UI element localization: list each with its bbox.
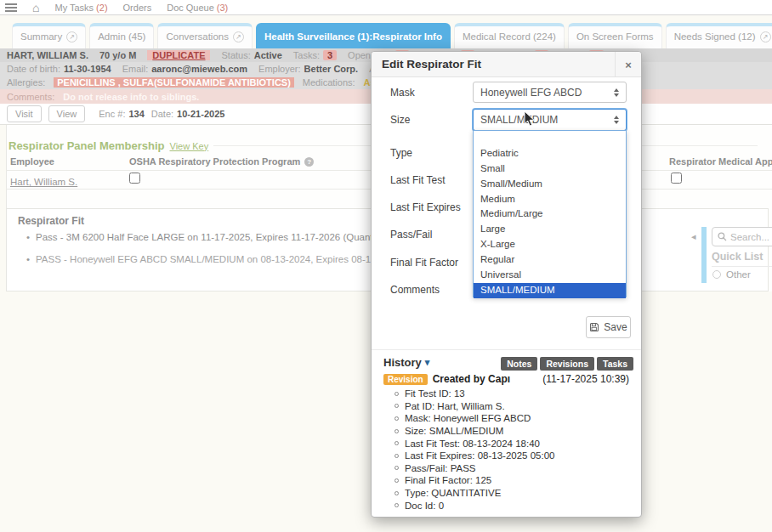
revision-details-list: Fit Test ID: 13 Pat ID: Hart, William S.… [395, 388, 633, 512]
size-option-large[interactable]: Large [474, 222, 626, 237]
circle-bullet-icon [395, 392, 399, 396]
radio-icon [712, 270, 721, 279]
size-option-regular[interactable]: Regular [474, 252, 626, 268]
mask-select-value: Honeywell EFG ABCD [480, 87, 582, 99]
help-icon[interactable]: ? [304, 157, 314, 167]
size-option-blank[interactable] [474, 131, 626, 146]
home-icon[interactable]: ⌂ [32, 2, 39, 14]
list-item: Type: QUANTITATIVE [395, 487, 633, 500]
allergies-badge[interactable]: PENICILLINS , SULFA(SULFONAMIDE ANTIBIOT… [54, 77, 294, 88]
nav-doc-queue-count: (3) [217, 3, 228, 13]
view-key-link[interactable]: View Key [170, 141, 209, 151]
detail-text: Size: SMALL/MEDIUM [405, 426, 503, 436]
revisions-button[interactable]: Revisions [540, 357, 594, 371]
counter-tasks[interactable]: Tasks: 3 [293, 50, 337, 60]
nav-my-tasks[interactable]: My Tasks (2) [54, 3, 107, 13]
search-input[interactable] [730, 232, 772, 242]
dob-label: Date of birth: [7, 64, 60, 74]
tab-conversations[interactable]: Conversations ↗ [157, 23, 253, 48]
menu-icon[interactable] [5, 3, 17, 12]
divider [372, 349, 641, 350]
size-option-small-medium-caps[interactable]: SMALL/MEDIUM [474, 283, 626, 298]
list-item: Size: SMALL/MEDIUM [395, 425, 633, 438]
visit-button[interactable]: Visit [7, 105, 42, 122]
dob-value: 11-30-1954 [64, 64, 111, 74]
nav-orders[interactable]: Orders [123, 3, 152, 13]
list-item: Fit Test ID: 13 [395, 388, 633, 400]
tab-admin[interactable]: Admin (45) [89, 23, 154, 48]
mask-label: Mask [390, 87, 415, 99]
comments-value: Do not release info to siblings. [63, 92, 199, 102]
size-option-small[interactable]: Small [474, 161, 626, 177]
enc-date-label: Date: [151, 109, 173, 119]
tab-needs-signed-label: Needs Signed (12) [674, 31, 756, 42]
view-button[interactable]: View [48, 105, 86, 122]
col-osha-label: OSHA Respiratory Protection Program [129, 156, 300, 167]
mask-select[interactable]: Honeywell EFG ABCD [473, 82, 627, 103]
detail-text: Doc Id: 0 [405, 501, 444, 511]
detail-text: Last Fit Test: 08-13-2024 18:40 [405, 439, 540, 449]
size-option-pediatric[interactable]: Pediatric [474, 146, 626, 161]
fit-entry[interactable]: • PASS - Honeywell EFG ABCD SMALL/MEDIUM… [26, 254, 375, 264]
comments-label: Comments: [7, 92, 54, 102]
select-arrows-icon [614, 116, 619, 124]
nav-doc-queue[interactable]: Doc Queue (3) [167, 3, 228, 13]
circle-bullet-icon [395, 454, 399, 458]
list-item: Last Fit Expires: 08-13-2025 05:00 [395, 450, 633, 462]
quick-search-box [712, 227, 772, 246]
size-select[interactable]: SMALL/MEDIUM [473, 109, 627, 131]
chart-tab-bar: Summary ↗ Admin (45) Conversations ↗ Hea… [0, 18, 772, 48]
mouse-cursor [524, 110, 536, 127]
size-option-medium[interactable]: Medium [474, 192, 626, 207]
fit-entry-text: PASS - Honeywell EFG ABCD SMALL/MEDIUM o… [36, 254, 375, 264]
history-toggle[interactable]: History ▾ [383, 356, 429, 369]
close-icon[interactable]: × [615, 52, 641, 77]
status-value: Active [254, 50, 282, 60]
allergies-label: Allergies: [7, 77, 45, 88]
detail-text: Mask: Honeywell EFG ABCD [405, 413, 531, 423]
size-option-x-large[interactable]: X-Large [474, 237, 626, 252]
pass-fail-label: Pass/Fail [390, 229, 432, 241]
save-button-label: Save [604, 321, 627, 333]
bullet-icon: • [26, 232, 30, 242]
tab-needs-signed[interactable]: Needs Signed (12) ↗ [666, 23, 772, 48]
tasks-button[interactable]: Tasks [597, 357, 633, 371]
dob-field: Date of birth: 11-30-1954 [7, 64, 111, 74]
tab-medical-record[interactable]: Medical Record (224) [454, 23, 565, 48]
employer-field: Employer: Better Corp. [258, 64, 358, 74]
duplicate-badge[interactable]: DUPLICATE [147, 50, 210, 60]
popout-icon[interactable]: ↗ [760, 31, 771, 42]
medications-label: Medications: [303, 77, 355, 88]
collapse-panel-icon[interactable]: ◂ [691, 231, 696, 242]
circle-bullet-icon [395, 478, 399, 483]
list-item: Mask: Honeywell EFG ABCD [395, 412, 633, 425]
counter-tasks-label: Tasks: [293, 50, 320, 60]
divider [712, 266, 772, 267]
notes-button[interactable]: Notes [501, 357, 537, 371]
size-option-medium-large[interactable]: Medium/Large [474, 207, 626, 222]
tab-summary[interactable]: Summary ↗ [12, 23, 86, 48]
size-option-small-medium[interactable]: Small/Medium [474, 177, 626, 192]
popout-icon[interactable]: ↗ [233, 31, 244, 42]
medical-approval-checkbox[interactable] [671, 173, 682, 184]
save-button[interactable]: Save [586, 316, 631, 338]
app-screen: ⌂ My Tasks (2) Orders Doc Queue (3) Summ… [0, 0, 772, 532]
bullet-icon: • [26, 254, 30, 264]
detail-text: Last Fit Expires: 08-13-2025 05:00 [405, 450, 554, 461]
tab-health-surveillance-respirator-info[interactable]: Health Surveillance (1):Respirator Info [256, 23, 451, 48]
tab-on-screen-forms[interactable]: On Screen Forms [568, 23, 662, 48]
fit-entry[interactable]: • Pass - 3M 6200 Half Face LARGE on 11-1… [26, 232, 375, 242]
osha-program-checkbox[interactable] [129, 173, 140, 184]
employee-link[interactable]: Hart, William S. [10, 177, 77, 187]
detail-text: Fit Test ID: 13 [405, 388, 465, 399]
panel-divider-bar[interactable] [701, 227, 707, 283]
history-title-text: History [383, 356, 422, 369]
list-item: Pat ID: Hart, William S. [395, 400, 633, 413]
quick-list-option-other[interactable]: Other [712, 269, 751, 280]
list-item: Last Fit Test: 08-13-2024 18:40 [395, 437, 633, 450]
enc-number-label: Enc #: [99, 109, 125, 119]
size-option-universal[interactable]: Universal [474, 268, 626, 283]
revision-badge: Revision [383, 374, 428, 385]
popout-icon[interactable]: ↗ [66, 31, 77, 42]
list-item: Doc Id: 0 [395, 499, 633, 512]
